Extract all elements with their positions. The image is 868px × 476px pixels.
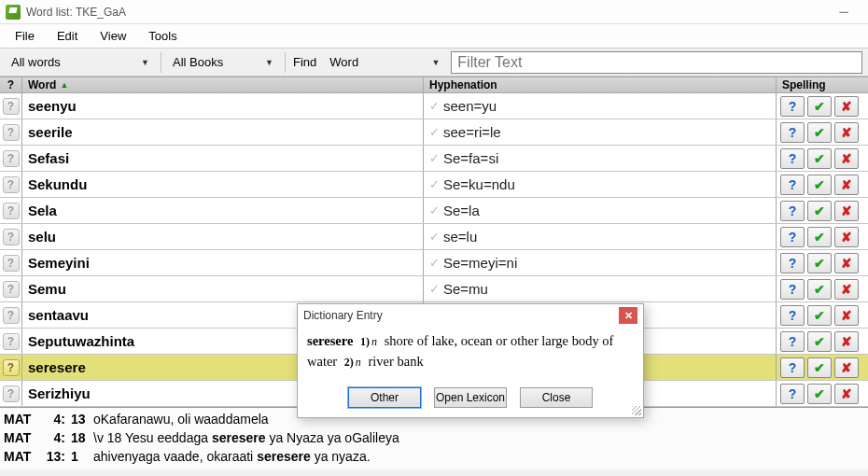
other-button[interactable]: Other	[348, 387, 421, 408]
check-icon: ✓	[429, 125, 440, 139]
dialog-titlebar[interactable]: Dictionary Entry ✕	[298, 304, 643, 327]
menu-tools[interactable]: Tools	[139, 26, 186, 46]
spell-correct-button[interactable]: ✔	[807, 305, 832, 326]
spell-correct-button[interactable]: ✔	[807, 279, 832, 300]
spell-correct-button[interactable]: ✔	[807, 384, 832, 404]
table-row[interactable]: ?Semeyini✓Se=meyi=ni?✔✘	[0, 250, 868, 276]
ref-chapter: 4:	[41, 428, 65, 447]
spell-incorrect-button[interactable]: ✘	[834, 148, 859, 169]
spell-unknown-button[interactable]: ?	[780, 96, 805, 117]
menu-file[interactable]: File	[6, 26, 44, 46]
row-spelling: ?✔✘	[777, 93, 868, 119]
row-hyphenation: ✓Se=mu	[424, 276, 777, 301]
row-status: ?	[0, 93, 22, 119]
find-label: Find	[291, 55, 318, 69]
spell-incorrect-button[interactable]: ✘	[834, 175, 859, 195]
toolbar: All words ▼ All Books ▼ Find Word ▼	[0, 49, 868, 77]
spell-unknown-button[interactable]: ?	[780, 148, 805, 169]
spell-incorrect-button[interactable]: ✘	[834, 331, 859, 352]
resize-grip[interactable]	[632, 406, 641, 415]
row-spelling: ?✔✘	[777, 381, 868, 406]
book-filter-value: All Books	[173, 55, 223, 69]
reference-line[interactable]: MAT13:1ahivenyaga vaade, okaraati serese…	[0, 447, 868, 466]
row-word: seerile	[22, 119, 424, 145]
column-header-spelling[interactable]: Spelling	[777, 77, 868, 92]
table-row[interactable]: ?seenyu✓seen=yu?✔✘	[0, 93, 868, 119]
spell-incorrect-button[interactable]: ✘	[834, 201, 859, 221]
menu-view[interactable]: View	[91, 26, 135, 46]
spell-incorrect-button[interactable]: ✘	[834, 305, 859, 326]
table-row[interactable]: ?Sela✓Se=la?✔✘	[0, 198, 868, 224]
book-filter-combo[interactable]: All Books ▼	[167, 52, 279, 73]
spell-incorrect-button[interactable]: ✘	[834, 357, 859, 378]
column-header-hyphenation[interactable]: Hyphenation	[424, 77, 777, 92]
table-row[interactable]: ?Sefasi✓Se=fa=si?✔✘	[0, 146, 868, 172]
spell-incorrect-button[interactable]: ✘	[834, 96, 859, 117]
title-bar: Word list: TKE_GaA ─	[0, 0, 868, 24]
spell-unknown-button[interactable]: ?	[780, 201, 805, 221]
dialog-body: seresere 1)n shore of lake, ocean or oth…	[298, 327, 643, 382]
spell-incorrect-button[interactable]: ✘	[834, 253, 859, 273]
row-spelling: ?✔✘	[777, 224, 868, 249]
spell-incorrect-button[interactable]: ✘	[834, 279, 859, 300]
spell-correct-button[interactable]: ✔	[807, 253, 832, 273]
column-header-status[interactable]: ?	[0, 77, 22, 92]
check-icon: ✓	[429, 230, 440, 244]
spell-unknown-button[interactable]: ?	[780, 122, 805, 143]
row-status: ?	[0, 198, 22, 223]
row-word: Semeyini	[22, 250, 424, 275]
find-mode-combo[interactable]: Word ▼	[324, 52, 445, 73]
close-button[interactable]: Close	[520, 387, 593, 408]
spell-unknown-button[interactable]: ?	[780, 331, 805, 352]
table-row[interactable]: ?seerile✓see=ri=le?✔✘	[0, 119, 868, 146]
check-icon: ✓	[429, 203, 440, 217]
spell-correct-button[interactable]: ✔	[807, 227, 832, 247]
sense-number: 1)	[357, 335, 371, 348]
grid-header: ? Word ▲ Hyphenation Spelling	[0, 77, 868, 93]
spell-correct-button[interactable]: ✔	[807, 357, 832, 378]
spell-unknown-button[interactable]: ?	[780, 279, 805, 300]
reference-line[interactable]: MAT4:18\v 18 Yesu eeddaga seresere ya Ny…	[0, 428, 868, 447]
dialog-footer: Other Open Lexicon Close	[298, 382, 643, 417]
spell-unknown-button[interactable]: ?	[780, 357, 805, 378]
row-word: Semu	[22, 276, 424, 301]
spell-correct-button[interactable]: ✔	[807, 175, 832, 195]
part-of-speech: n	[356, 356, 365, 369]
dictionary-entry-dialog: Dictionary Entry ✕ seresere 1)n shore of…	[297, 303, 644, 418]
spell-unknown-button[interactable]: ?	[780, 227, 805, 247]
spell-correct-button[interactable]: ✔	[807, 331, 832, 352]
spell-correct-button[interactable]: ✔	[807, 96, 832, 117]
spell-correct-button[interactable]: ✔	[807, 201, 832, 221]
table-row[interactable]: ?Semu✓Se=mu?✔✘	[0, 276, 868, 302]
table-row[interactable]: ?Sekundu✓Se=ku=ndu?✔✘	[0, 172, 868, 198]
column-header-word[interactable]: Word ▲	[22, 77, 424, 92]
spell-unknown-button[interactable]: ?	[780, 253, 805, 273]
row-status: ?	[0, 302, 22, 328]
separator	[161, 52, 161, 73]
row-status: ?	[0, 355, 22, 380]
check-icon: ✓	[429, 99, 440, 113]
row-spelling: ?✔✘	[777, 329, 868, 354]
minimize-button[interactable]: ─	[825, 3, 862, 21]
row-spelling: ?✔✘	[777, 355, 868, 380]
spell-unknown-button[interactable]: ?	[780, 175, 805, 195]
open-lexicon-button[interactable]: Open Lexicon	[434, 387, 507, 408]
spell-unknown-button[interactable]: ?	[780, 384, 805, 404]
headword: seresere	[307, 333, 353, 348]
ref-verse: 18	[71, 428, 88, 447]
dialog-close-button[interactable]: ✕	[619, 307, 637, 324]
check-icon: ✓	[429, 282, 440, 296]
spell-correct-button[interactable]: ✔	[807, 122, 832, 143]
filter-input[interactable]	[451, 51, 862, 74]
menu-edit[interactable]: Edit	[48, 26, 87, 46]
spell-correct-button[interactable]: ✔	[807, 148, 832, 169]
spell-incorrect-button[interactable]: ✘	[834, 227, 859, 247]
word-filter-combo[interactable]: All words ▼	[6, 52, 155, 73]
table-row[interactable]: ?selu✓se=lu?✔✘	[0, 224, 868, 250]
spell-unknown-button[interactable]: ?	[780, 305, 805, 326]
spell-incorrect-button[interactable]: ✘	[834, 122, 859, 143]
sense-definition: river bank	[368, 354, 423, 369]
check-icon: ✓	[429, 151, 440, 165]
part-of-speech: n	[371, 335, 381, 348]
spell-incorrect-button[interactable]: ✘	[834, 384, 859, 404]
